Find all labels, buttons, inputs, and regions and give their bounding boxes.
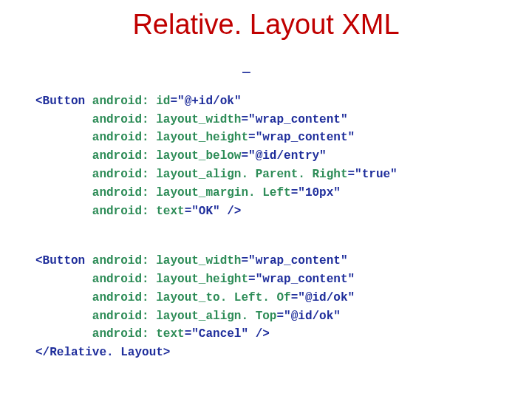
line-b2-at: android: layout_align. Top="@id/ok" xyxy=(35,310,341,323)
line-b1-lw: android: layout_width="wrap_content" xyxy=(35,113,347,126)
slide: Relative. Layout XML _ <Button android: … xyxy=(0,0,532,399)
line-b2-open: <Button android: layout_width="wrap_cont… xyxy=(35,254,348,267)
line-b1-open: <Button android: id="@+id/ok" xyxy=(35,95,241,108)
line-b1-lh: android: layout_height="wrap_content" xyxy=(35,131,355,144)
line-end: </Relative. Layout> xyxy=(35,346,170,359)
line-b1-ml: android: layout_margin. Left="10px" xyxy=(35,186,341,200)
line-b1-apr: android: layout_align. Parent. Right="tr… xyxy=(35,168,398,181)
stray-underscore: _ xyxy=(242,58,250,73)
code-block: <Button android: id="@+id/ok" android: l… xyxy=(35,74,494,362)
line-b2-txt: android: text="Cancel" /> xyxy=(35,327,270,341)
slide-title: Relative. Layout XML xyxy=(0,9,532,41)
line-b1-txt: android: text="OK" /> xyxy=(35,205,241,218)
line-b2-tlo: android: layout_to. Left. Of="@id/ok" xyxy=(35,291,355,304)
line-b2-lh: android: layout_height="wrap_content" xyxy=(35,273,355,286)
line-b1-lb: android: layout_below="@id/entry" xyxy=(35,149,327,163)
